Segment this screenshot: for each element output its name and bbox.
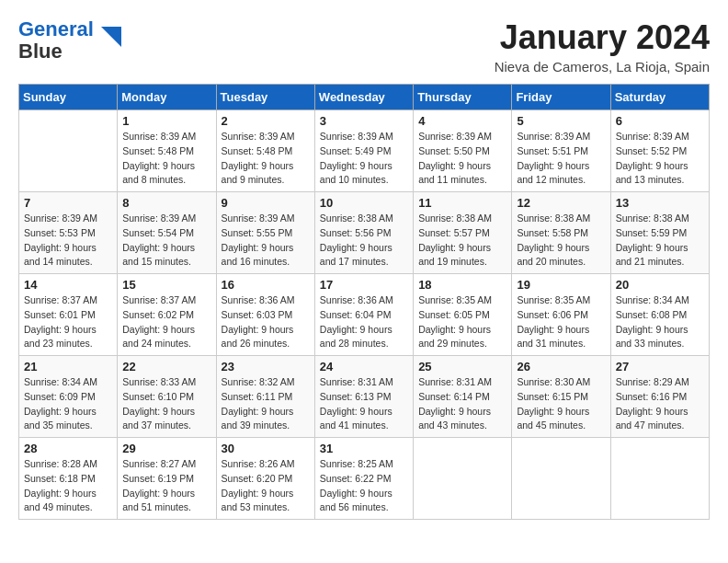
day-info: Sunrise: 8:37 AM Sunset: 6:01 PM Dayligh… [24,293,112,351]
day-info: Sunrise: 8:34 AM Sunset: 6:08 PM Dayligh… [616,293,704,351]
day-number: 25 [418,360,506,373]
calendar-cell [610,438,709,520]
day-number: 30 [222,442,310,455]
calendar-cell: 22Sunrise: 8:33 AM Sunset: 6:10 PM Dayli… [118,356,216,438]
day-info: Sunrise: 8:33 AM Sunset: 6:10 PM Dayligh… [122,375,210,433]
calendar-cell: 28Sunrise: 8:28 AM Sunset: 6:18 PM Dayli… [19,438,118,520]
day-info: Sunrise: 8:39 AM Sunset: 5:50 PM Dayligh… [418,130,506,188]
calendar-cell: 4Sunrise: 8:39 AM Sunset: 5:50 PM Daylig… [414,110,512,192]
day-info: Sunrise: 8:25 AM Sunset: 6:22 PM Dayligh… [320,457,408,515]
calendar-cell: 10Sunrise: 8:38 AM Sunset: 5:56 PM Dayli… [314,192,413,274]
calendar-cell [19,110,118,192]
calendar-cell: 7Sunrise: 8:39 AM Sunset: 5:53 PM Daylig… [19,192,118,274]
day-number: 6 [616,114,704,128]
weekday-header: Tuesday [216,85,314,110]
calendar-cell: 17Sunrise: 8:36 AM Sunset: 6:04 PM Dayli… [314,274,413,356]
calendar-cell [512,438,610,520]
weekday-header: Saturday [610,85,709,110]
day-number: 24 [320,360,408,373]
calendar-cell: 3Sunrise: 8:39 AM Sunset: 5:49 PM Daylig… [314,110,413,192]
calendar-header-row: SundayMondayTuesdayWednesdayThursdayFrid… [19,85,710,110]
day-info: Sunrise: 8:28 AM Sunset: 6:18 PM Dayligh… [24,457,112,515]
page-header: General Blue January 2024 Nieva de Camer… [18,18,710,75]
day-number: 8 [122,196,210,210]
day-number: 29 [122,442,210,455]
day-number: 19 [517,278,605,292]
calendar-cell: 13Sunrise: 8:38 AM Sunset: 5:59 PM Dayli… [610,192,709,274]
calendar-week-row: 21Sunrise: 8:34 AM Sunset: 6:09 PM Dayli… [19,356,710,438]
calendar-cell: 25Sunrise: 8:31 AM Sunset: 6:14 PM Dayli… [414,356,512,438]
calendar-table: SundayMondayTuesdayWednesdayThursdayFrid… [18,84,710,520]
day-info: Sunrise: 8:39 AM Sunset: 5:55 PM Dayligh… [222,212,310,270]
day-number: 1 [122,114,210,128]
day-number: 22 [122,360,210,373]
day-number: 16 [222,278,310,292]
calendar-cell: 27Sunrise: 8:29 AM Sunset: 6:16 PM Dayli… [610,356,709,438]
calendar-cell: 26Sunrise: 8:30 AM Sunset: 6:15 PM Dayli… [512,356,610,438]
day-info: Sunrise: 8:36 AM Sunset: 6:04 PM Dayligh… [320,293,408,351]
day-number: 18 [418,278,506,292]
day-number: 15 [122,278,210,292]
day-number: 31 [320,442,408,455]
day-number: 11 [418,196,506,210]
calendar-cell: 24Sunrise: 8:31 AM Sunset: 6:13 PM Dayli… [314,356,413,438]
weekday-header: Friday [512,85,610,110]
day-info: Sunrise: 8:38 AM Sunset: 5:59 PM Dayligh… [616,212,704,270]
day-number: 27 [616,360,704,373]
calendar-title: January 2024 [495,18,710,57]
day-number: 17 [320,278,408,292]
calendar-cell: 12Sunrise: 8:38 AM Sunset: 5:58 PM Dayli… [512,192,610,274]
day-info: Sunrise: 8:31 AM Sunset: 6:13 PM Dayligh… [320,375,408,433]
weekday-header: Wednesday [314,85,413,110]
calendar-week-row: 7Sunrise: 8:39 AM Sunset: 5:53 PM Daylig… [19,192,710,274]
calendar-cell: 21Sunrise: 8:34 AM Sunset: 6:09 PM Dayli… [19,356,118,438]
day-number: 3 [320,114,408,128]
day-info: Sunrise: 8:31 AM Sunset: 6:14 PM Dayligh… [418,375,506,433]
day-number: 23 [222,360,310,373]
day-number: 14 [24,278,112,292]
calendar-cell: 30Sunrise: 8:26 AM Sunset: 6:20 PM Dayli… [216,438,314,520]
day-number: 20 [616,278,704,292]
logo: General Blue [18,18,125,63]
day-info: Sunrise: 8:34 AM Sunset: 6:09 PM Dayligh… [24,375,112,433]
day-number: 7 [24,196,112,210]
calendar-cell: 6Sunrise: 8:39 AM Sunset: 5:52 PM Daylig… [610,110,709,192]
day-number: 21 [24,360,112,373]
weekday-header: Thursday [414,85,512,110]
day-info: Sunrise: 8:27 AM Sunset: 6:19 PM Dayligh… [122,457,210,515]
weekday-header: Sunday [19,85,118,110]
day-info: Sunrise: 8:38 AM Sunset: 5:56 PM Dayligh… [320,212,408,270]
day-number: 9 [222,196,310,210]
day-info: Sunrise: 8:39 AM Sunset: 5:49 PM Dayligh… [320,130,408,188]
calendar-cell: 11Sunrise: 8:38 AM Sunset: 5:57 PM Dayli… [414,192,512,274]
logo-text: General Blue [18,18,94,63]
title-section: January 2024 Nieva de Cameros, La Rioja,… [495,18,710,75]
day-info: Sunrise: 8:37 AM Sunset: 6:02 PM Dayligh… [122,293,210,351]
calendar-cell: 18Sunrise: 8:35 AM Sunset: 6:05 PM Dayli… [414,274,512,356]
day-info: Sunrise: 8:30 AM Sunset: 6:15 PM Dayligh… [517,375,605,433]
day-info: Sunrise: 8:36 AM Sunset: 6:03 PM Dayligh… [222,293,310,351]
calendar-week-row: 14Sunrise: 8:37 AM Sunset: 6:01 PM Dayli… [19,274,710,356]
calendar-cell: 2Sunrise: 8:39 AM Sunset: 5:48 PM Daylig… [216,110,314,192]
day-info: Sunrise: 8:35 AM Sunset: 6:06 PM Dayligh… [517,293,605,351]
day-info: Sunrise: 8:38 AM Sunset: 5:57 PM Dayligh… [418,212,506,270]
calendar-cell: 20Sunrise: 8:34 AM Sunset: 6:08 PM Dayli… [610,274,709,356]
day-number: 4 [418,114,506,128]
calendar-subtitle: Nieva de Cameros, La Rioja, Spain [495,59,710,75]
day-number: 26 [517,360,605,373]
day-info: Sunrise: 8:39 AM Sunset: 5:54 PM Dayligh… [122,212,210,270]
day-number: 12 [517,196,605,210]
day-info: Sunrise: 8:39 AM Sunset: 5:48 PM Dayligh… [222,130,310,188]
calendar-cell: 14Sunrise: 8:37 AM Sunset: 6:01 PM Dayli… [19,274,118,356]
calendar-cell: 5Sunrise: 8:39 AM Sunset: 5:51 PM Daylig… [512,110,610,192]
calendar-cell: 8Sunrise: 8:39 AM Sunset: 5:54 PM Daylig… [118,192,216,274]
calendar-week-row: 1Sunrise: 8:39 AM Sunset: 5:48 PM Daylig… [19,110,710,192]
day-info: Sunrise: 8:35 AM Sunset: 6:05 PM Dayligh… [418,293,506,351]
calendar-cell: 23Sunrise: 8:32 AM Sunset: 6:11 PM Dayli… [216,356,314,438]
svg-marker-0 [101,27,121,47]
day-info: Sunrise: 8:39 AM Sunset: 5:53 PM Dayligh… [24,212,112,270]
logo-arrow-icon [97,23,125,51]
calendar-cell: 29Sunrise: 8:27 AM Sunset: 6:19 PM Dayli… [118,438,216,520]
day-info: Sunrise: 8:29 AM Sunset: 6:16 PM Dayligh… [616,375,704,433]
calendar-cell: 9Sunrise: 8:39 AM Sunset: 5:55 PM Daylig… [216,192,314,274]
